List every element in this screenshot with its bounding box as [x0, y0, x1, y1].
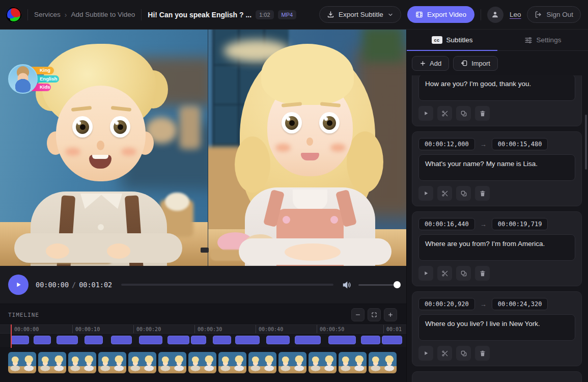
volume-icon[interactable]	[342, 280, 352, 290]
duration-badge: 1:02	[256, 10, 273, 19]
subtitle-text-field[interactable]: Where are you from? I'm from America.	[418, 234, 575, 261]
filmstrip-thumbnail[interactable]	[248, 352, 276, 373]
username-link[interactable]: Leo	[510, 11, 521, 18]
ruler-tick: 00:00:00	[11, 325, 39, 333]
export-subtitle-button[interactable]: Export Subtitle	[319, 6, 401, 23]
filmstrip	[0, 347, 406, 373]
cut-subtitle-button[interactable]	[437, 266, 452, 281]
copy-subtitle-button[interactable]	[456, 186, 471, 201]
tab-settings[interactable]: Settings	[497, 30, 588, 50]
filmstrip-thumbnail[interactable]	[309, 352, 337, 373]
copy-subtitle-button[interactable]	[456, 346, 471, 361]
play-button[interactable]	[8, 275, 29, 295]
start-time-field[interactable]: 00:00:20,920	[418, 298, 475, 310]
timeline-subtitle-block[interactable]	[11, 336, 29, 344]
arrow-right-icon: →	[480, 141, 487, 148]
play-subtitle-button[interactable]	[418, 186, 433, 201]
add-subtitle-button[interactable]: Add	[412, 56, 449, 71]
chevron-down-icon	[387, 12, 394, 18]
play-subtitle-button[interactable]	[418, 346, 433, 361]
timeline-ruler[interactable]: 00:00:0000:00:1000:00:2000:00:3000:00:40…	[0, 324, 406, 334]
plus-icon	[387, 312, 394, 318]
subtitle-actions	[418, 266, 575, 281]
timeline-subtitle-block[interactable]	[235, 336, 260, 344]
start-time-field[interactable]: 00:00:16,440	[418, 218, 475, 230]
filmstrip-thumbnail[interactable]	[158, 352, 186, 373]
zoom-out-button[interactable]	[351, 308, 365, 321]
avatar[interactable]	[487, 7, 503, 23]
trash-icon	[479, 110, 486, 117]
cut-subtitle-button[interactable]	[437, 346, 452, 361]
export-video-button[interactable]: Export Video	[407, 6, 474, 23]
trash-icon	[479, 350, 486, 357]
copy-subtitle-button[interactable]	[456, 106, 471, 121]
subtitle-text-field[interactable]: How are you? I'm good, thank you.	[418, 75, 575, 101]
copy-subtitle-button[interactable]	[456, 266, 471, 281]
end-time-field[interactable]: 00:00:24,320	[492, 298, 548, 310]
volume-thumb[interactable]	[394, 281, 401, 288]
start-time-field[interactable]: 00:00:12,000	[418, 138, 475, 150]
panel-toolbar: Add Import	[407, 51, 588, 75]
ruler-tick: 00:01	[383, 325, 402, 333]
timeline-subtitle-block[interactable]	[85, 336, 103, 344]
subtitle-card: 00:00:20,920→00:00:24,320Where do you li…	[412, 291, 582, 366]
video-frame-girl	[208, 30, 406, 266]
end-time-field[interactable]: 00:00:19,719	[492, 218, 548, 230]
filmstrip-thumbnail[interactable]	[369, 352, 397, 373]
breadcrumb: Services › Add Subtitle to Video	[34, 11, 135, 19]
copy-icon	[460, 110, 467, 117]
cut-subtitle-button[interactable]	[437, 186, 452, 201]
delete-subtitle-button[interactable]	[475, 266, 490, 281]
filmstrip-thumbnail[interactable]	[278, 352, 306, 373]
end-time-field[interactable]: 00:00:15,480	[492, 138, 548, 150]
tab-subtitles[interactable]: cc Subtitles	[407, 30, 497, 50]
fit-view-button[interactable]	[368, 308, 381, 321]
timeline-subtitle-block[interactable]	[213, 336, 231, 344]
cut-icon	[441, 110, 449, 117]
volume-slider[interactable]	[358, 284, 397, 286]
play-subtitle-button[interactable]	[418, 266, 433, 281]
timeline-subtitle-block[interactable]	[57, 336, 78, 344]
header-right: Export Subtitle Export Video Leo	[319, 6, 581, 23]
sign-out-button[interactable]: Sign Out	[527, 6, 581, 23]
divider	[141, 9, 142, 20]
breadcrumb-services[interactable]: Services	[34, 11, 61, 18]
filmstrip-thumbnail[interactable]	[128, 352, 156, 373]
filmstrip-thumbnail[interactable]	[8, 352, 36, 373]
subtitle-text-field[interactable]: What's your name? My name is Lisa.	[418, 154, 575, 181]
cut-subtitle-button[interactable]	[437, 106, 452, 121]
timeline-subtitle-block[interactable]	[266, 336, 290, 344]
filmstrip-thumbnail[interactable]	[38, 352, 66, 373]
timestamp-row: 00:00:12,000→00:00:15,480	[418, 138, 575, 150]
scrollbar-thumb[interactable]	[585, 115, 587, 170]
ruler-tick: 00:00:50	[317, 325, 344, 333]
play-subtitle-button[interactable]	[418, 106, 433, 121]
timeline-subtitle-block[interactable]	[328, 336, 356, 344]
subtitle-text-field[interactable]: Where do you live? I live in New York.	[418, 314, 575, 341]
breadcrumb-add-subtitle[interactable]: Add Subtitle to Video	[71, 11, 135, 18]
timeline-subtitle-block[interactable]	[139, 336, 162, 344]
watermark-photo	[8, 64, 38, 94]
playhead[interactable]	[11, 324, 12, 348]
filmstrip-thumbnail[interactable]	[188, 352, 216, 373]
delete-subtitle-button[interactable]	[475, 346, 490, 361]
filmstrip-thumbnail[interactable]	[218, 352, 246, 373]
filmstrip-thumbnail[interactable]	[68, 352, 96, 373]
zoom-in-button[interactable]	[384, 308, 397, 321]
timeline-subtitle-block[interactable]	[295, 336, 321, 344]
timeline-subtitle-block[interactable]	[167, 336, 189, 344]
progress-bar[interactable]	[121, 284, 333, 286]
delete-subtitle-button[interactable]	[475, 106, 490, 121]
divider-handle[interactable]	[201, 248, 209, 253]
filmstrip-thumbnail[interactable]	[98, 352, 126, 373]
timeline-subtitle-block[interactable]	[34, 336, 51, 344]
delete-subtitle-button[interactable]	[475, 186, 490, 201]
app-logo-icon[interactable]	[6, 7, 21, 22]
filmstrip-thumbnail[interactable]	[339, 352, 367, 373]
import-button[interactable]: Import	[453, 56, 498, 71]
timeline-subtitle-block[interactable]	[191, 336, 206, 344]
sliders-icon	[524, 36, 533, 44]
timeline-subtitle-block[interactable]	[382, 336, 402, 344]
timeline-subtitle-block[interactable]	[111, 336, 132, 344]
timeline-subtitle-block[interactable]	[361, 336, 380, 344]
